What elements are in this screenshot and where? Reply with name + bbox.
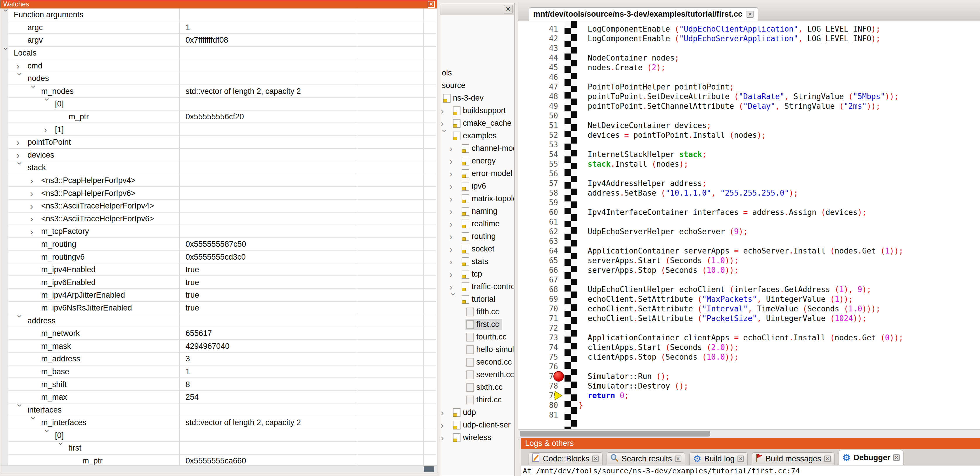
collapse-icon[interactable]: ›: [43, 98, 52, 109]
collapse-icon[interactable]: ›: [2, 47, 11, 58]
watch-row[interactable]: ›[0]: [0, 97, 437, 110]
tree-item-tcp[interactable]: ›tcp: [440, 268, 514, 280]
expand-icon[interactable]: ›: [44, 125, 55, 134]
tab-close-icon[interactable]: ✕: [738, 455, 744, 462]
expand-icon[interactable]: ›: [30, 227, 41, 236]
tree-item-channel-mod[interactable]: ›channel-mod: [440, 142, 514, 155]
watch-row[interactable]: ›m_tcpFactory: [0, 225, 437, 238]
tree-item-ns-3-dev[interactable]: ns-3-dev: [440, 92, 514, 104]
watch-row[interactable]: m_base1: [0, 366, 437, 379]
tree-item-third-cc[interactable]: third.cc: [440, 393, 514, 406]
tree-item-wireless[interactable]: ›wireless: [440, 431, 514, 444]
watch-row[interactable]: ›pointToPoint: [0, 136, 437, 149]
tab-close-icon[interactable]: ✕: [893, 454, 900, 461]
watches-hscrollbar[interactable]: [0, 465, 437, 473]
tree-item-seventh-cc[interactable]: seventh.cc: [440, 368, 514, 381]
watch-row[interactable]: m_address3: [0, 353, 437, 366]
collapse-icon[interactable]: ›: [16, 315, 25, 326]
editor-hscrollbar[interactable]: [518, 429, 980, 438]
expand-icon[interactable]: ›: [449, 244, 462, 254]
tree-item-socket[interactable]: ›socket: [440, 243, 514, 255]
tree-item-fifth-cc[interactable]: fifth.cc: [440, 305, 514, 318]
tab-close-icon[interactable]: ✕: [824, 455, 831, 462]
editor-tab-first-cc[interactable]: mnt/dev/tools/source/ns-3-dev/examples/t…: [529, 7, 758, 21]
tree-item-udp[interactable]: ›udp: [440, 406, 514, 419]
collapse-icon[interactable]: ›: [440, 129, 450, 142]
watch-row[interactable]: ›interfaces: [0, 404, 437, 416]
watch-row[interactable]: m_ipv4ArpJitterEnabledtrue: [0, 289, 437, 302]
tree-item-first-cc[interactable]: first.cc: [440, 318, 514, 331]
expand-icon[interactable]: ›: [441, 408, 453, 417]
logs-tab-build-log[interactable]: ⚙Build log✕: [689, 452, 748, 465]
watch-row[interactable]: m_max254: [0, 391, 437, 404]
watch-row[interactable]: ›address: [0, 314, 437, 327]
collapse-icon[interactable]: ›: [2, 9, 11, 20]
file-tree-titlebar[interactable]: ✕: [440, 3, 514, 15]
watch-row[interactable]: ›<ns3::AsciiTraceHelperForIpv4>: [0, 200, 437, 212]
expand-icon[interactable]: ›: [449, 157, 462, 166]
expand-icon[interactable]: ›: [449, 270, 462, 279]
tree-item-cmake-cache[interactable]: ›cmake_cache: [440, 117, 514, 129]
watch-row[interactable]: m_ipv6NsRsJitterEnabledtrue: [0, 302, 437, 315]
expand-icon[interactable]: ›: [449, 144, 462, 153]
watch-row[interactable]: m_ipv4Enabledtrue: [0, 264, 437, 276]
collapse-icon[interactable]: ›: [16, 162, 25, 173]
expand-icon[interactable]: ›: [449, 207, 462, 216]
watch-row[interactable]: ›<ns3::PcapHelperForIpv6>: [0, 187, 437, 200]
watch-row[interactable]: ›<ns3::PcapHelperForIpv4>: [0, 174, 437, 187]
expand-icon[interactable]: ›: [30, 201, 41, 211]
expand-icon[interactable]: ›: [16, 61, 27, 70]
collapse-icon[interactable]: ›: [449, 293, 458, 305]
tree-item-stats[interactable]: ›stats: [440, 255, 514, 268]
collapse-icon[interactable]: ›: [16, 404, 25, 415]
watch-row[interactable]: m_mask4294967040: [0, 340, 437, 353]
watches-titlebar[interactable]: Watches ✕: [0, 0, 437, 8]
watch-row[interactable]: ›devices: [0, 149, 437, 162]
watches-close-icon[interactable]: ✕: [428, 1, 435, 8]
tree-item-hello-simul[interactable]: hello-simul: [440, 343, 514, 356]
tree-item-naming[interactable]: ›naming: [440, 205, 514, 217]
tab-close-icon[interactable]: ✕: [592, 455, 599, 462]
watch-row[interactable]: ›[0]: [0, 429, 437, 442]
tree-item-error-model[interactable]: ›error-model: [440, 167, 514, 180]
expand-icon[interactable]: ›: [441, 119, 453, 128]
watch-row[interactable]: ›nodes: [0, 72, 437, 85]
expand-icon[interactable]: ›: [441, 106, 453, 115]
watch-row[interactable]: ›stack: [0, 161, 437, 174]
file-tree-close-icon[interactable]: ✕: [504, 5, 512, 13]
expand-icon[interactable]: ›: [16, 138, 27, 147]
logs-tab-search-results[interactable]: Search results✕: [606, 452, 685, 465]
tree-item-matrix-topolo[interactable]: ›matrix-topolo: [440, 192, 514, 205]
expand-icon[interactable]: ›: [449, 169, 462, 178]
expand-icon[interactable]: ›: [449, 257, 462, 266]
watch-row[interactable]: ›m_interfacesstd::vector of length 2, ca…: [0, 416, 437, 429]
expand-icon[interactable]: ›: [449, 282, 462, 292]
watch-row[interactable]: argv0x7fffffffdf08: [0, 34, 437, 47]
logs-titlebar[interactable]: Logs & others: [521, 438, 980, 449]
expand-icon[interactable]: ›: [441, 433, 453, 442]
tree-item-buildsupport[interactable]: ›buildsupport: [440, 104, 514, 117]
expand-icon[interactable]: ›: [449, 194, 462, 203]
watches-hscrollbar-thumb[interactable]: [424, 466, 434, 472]
watch-row[interactable]: m_routing0x555555587c50: [0, 238, 437, 251]
breakpoint-marker[interactable]: [554, 371, 564, 382]
expand-icon[interactable]: ›: [449, 232, 462, 241]
tree-item-source[interactable]: source: [440, 79, 514, 92]
watch-row[interactable]: m_ipv6Enabledtrue: [0, 276, 437, 289]
expand-icon[interactable]: ›: [449, 182, 462, 191]
tree-item-tutorial[interactable]: ›tutorial: [440, 293, 514, 305]
watch-row[interactable]: ›<ns3::AsciiTraceHelperForIpv6>: [0, 212, 437, 225]
collapse-icon[interactable]: ›: [29, 417, 38, 428]
tree-item-ols[interactable]: ols: [440, 67, 514, 79]
collapse-icon[interactable]: ›: [57, 442, 66, 453]
expand-icon[interactable]: ›: [16, 150, 27, 160]
watch-row[interactable]: m_network655617: [0, 327, 437, 340]
watch-row[interactable]: ›m_nodesstd::vector of length 2, capacit…: [0, 85, 437, 98]
tree-item-routing[interactable]: ›routing: [440, 230, 514, 243]
tree-item-examples[interactable]: ›examples: [440, 129, 514, 142]
logs-tab-debugger[interactable]: ⚙Debugger✕: [838, 450, 904, 465]
collapse-icon[interactable]: ›: [29, 85, 38, 96]
watch-row[interactable]: m_ptr0x5555555ca660: [0, 455, 437, 465]
code-editor[interactable]: 41 LogComponentEnable ("UdpEchoClientApp…: [518, 21, 980, 429]
tree-item-traffic-contro[interactable]: ›traffic-contro: [440, 280, 514, 293]
